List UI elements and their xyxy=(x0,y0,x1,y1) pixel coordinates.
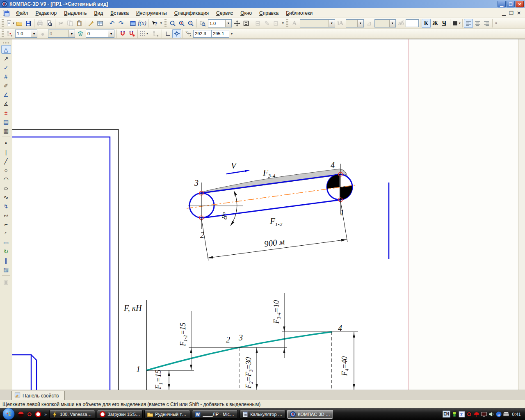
menu-item-4[interactable]: Вставка xyxy=(107,9,132,17)
char-step-button[interactable]: аб xyxy=(397,19,406,28)
chart-point-4[interactable]: 4 xyxy=(338,324,342,333)
polyline-tool-button[interactable]: ∿ xyxy=(1,193,11,201)
hatch-tool-button[interactable]: ▨ xyxy=(1,265,11,274)
display-tray-button[interactable] xyxy=(481,411,487,417)
curve-tool-button[interactable]: ↯ xyxy=(1,202,11,210)
toolbar-options-3-button[interactable]: » xyxy=(494,19,499,28)
toolbar-grip[interactable] xyxy=(164,19,167,27)
current-style-combo[interactable]: 0 ▾ xyxy=(48,30,75,38)
zoom-scale-combo[interactable]: 1.0 ▾ xyxy=(208,19,232,27)
child-document-icon[interactable] xyxy=(2,9,10,17)
zoom-out-button[interactable] xyxy=(186,19,195,28)
window-layout-button[interactable] xyxy=(128,19,137,28)
spec-editor-button[interactable] xyxy=(96,19,105,28)
font-bold-button[interactable]: Ж xyxy=(431,19,440,28)
zoom-area-button[interactable] xyxy=(198,19,207,28)
current-style-button[interactable]: ● xyxy=(38,29,47,38)
tail-drum[interactable] xyxy=(189,193,214,218)
restore-button[interactable]: ❐ xyxy=(507,1,515,7)
close-button[interactable]: ✕ xyxy=(516,1,524,7)
document-tree-button[interactable]: ⊟ xyxy=(253,19,262,28)
current-style-dropdown-icon[interactable]: ▾ xyxy=(68,30,75,37)
text-style-button[interactable]: A xyxy=(290,19,299,28)
fit-view-button[interactable] xyxy=(242,19,251,28)
paste-button[interactable] xyxy=(75,19,84,28)
current-scale-dropdown-icon[interactable]: ▾ xyxy=(31,30,37,37)
specification-panel-button[interactable]: ▤ xyxy=(1,117,11,126)
current-scale-button[interactable] xyxy=(5,29,14,38)
ortho-mode-button[interactable] xyxy=(163,29,172,38)
menu-item-6[interactable]: Спецификация xyxy=(171,9,212,17)
align-left-button[interactable] xyxy=(464,19,473,28)
task-kompas-button[interactable]: КОМПАС-3D V9 -... xyxy=(287,410,333,419)
start-button[interactable] xyxy=(2,408,15,420)
menu-item-10[interactable]: Библиотеки xyxy=(282,9,316,17)
velocity-label[interactable]: V xyxy=(231,161,237,171)
pan-view-button[interactable] xyxy=(233,19,242,28)
menu-item-2[interactable]: Выделить xyxy=(60,9,90,17)
sheet-frame-inner[interactable] xyxy=(12,137,110,390)
angle-label[interactable]: 8° xyxy=(220,211,230,220)
task-word-button[interactable]: W____ЛР - Micros... xyxy=(192,410,238,419)
font-underline-button[interactable]: Ч xyxy=(440,19,449,28)
toolbar-options-2-button[interactable]: ▾ xyxy=(281,19,285,28)
new-document-button[interactable]: ▾ xyxy=(5,19,15,28)
text-color-button[interactable]: ▾ xyxy=(452,19,461,28)
task-winamp-button[interactable]: 100. Vanessa P... xyxy=(49,410,95,419)
antivirus-tray-button[interactable] xyxy=(474,411,480,417)
force-bottom-label[interactable]: F1-2 xyxy=(269,216,283,227)
coord-y-input[interactable] xyxy=(193,30,211,38)
segment-tool-button[interactable]: ╱ xyxy=(1,157,11,165)
menu-item-9[interactable]: Справка xyxy=(256,9,282,17)
current-layer-combo[interactable]: 0 ▾ xyxy=(86,30,114,38)
snap-global-button[interactable] xyxy=(118,29,127,38)
align-right-button[interactable] xyxy=(482,19,491,28)
font-name-combo[interactable]: ▾ xyxy=(300,19,335,27)
surface-designations-panel-button[interactable]: # xyxy=(1,72,11,81)
snap-setup-button[interactable] xyxy=(127,29,136,38)
copy-button[interactable] xyxy=(66,19,75,28)
point-snap-button[interactable] xyxy=(172,29,181,38)
quicklaunch-browser-dark-button[interactable] xyxy=(26,411,33,418)
toolbar-grip[interactable] xyxy=(286,19,288,27)
designations-panel-button[interactable]: ✓ xyxy=(1,63,11,72)
quicklaunch-opera-button[interactable] xyxy=(34,411,42,418)
fx-variables-button[interactable]: f(x) xyxy=(137,19,147,28)
print-button[interactable] xyxy=(36,19,45,28)
menu-item-3[interactable]: Вид xyxy=(91,9,107,17)
sigma-tray-button[interactable]: Σ xyxy=(459,411,465,417)
font-name-dropdown-icon[interactable]: ▾ xyxy=(329,20,335,27)
char-height-button[interactable]: ïA xyxy=(336,19,345,28)
child-minimize-button[interactable]: ▁ xyxy=(502,10,506,16)
quick-launch-chevron-icon[interactable]: » xyxy=(44,412,47,417)
rectangle-tool-button[interactable]: ▭ xyxy=(1,238,11,247)
geometry-panel-button[interactable]: △ xyxy=(1,45,11,54)
narrowing-dropdown-icon[interactable]: ▾ xyxy=(389,20,395,27)
force-top-label[interactable]: F3-4 xyxy=(262,168,276,179)
task-downloads-button[interactable]: Загрузки 15:59 - ... xyxy=(97,410,143,419)
toolbar-grip[interactable] xyxy=(2,19,4,27)
annotation-f1[interactable]: F1=15 xyxy=(154,370,164,390)
format-brush-button[interactable] xyxy=(87,19,96,28)
font-size-dropdown-icon[interactable]: ▾ xyxy=(357,20,363,27)
scheme-point-4[interactable]: 4 xyxy=(331,160,335,169)
circle-tool-button[interactable]: ○ xyxy=(1,166,11,174)
font-italic-button[interactable]: К xyxy=(422,19,431,28)
grid-dropdown-icon[interactable]: ▾ xyxy=(146,32,148,35)
volume-tray-button[interactable] xyxy=(488,411,495,417)
chart-point-2[interactable]: 2 xyxy=(226,335,230,344)
chart-point-1[interactable]: 1 xyxy=(136,365,140,374)
sheet-frame-outer[interactable] xyxy=(12,130,119,390)
scheme-point-3[interactable]: 3 xyxy=(194,178,199,187)
minimize-button[interactable]: ▁ xyxy=(498,1,506,7)
toolbar-options-4-button[interactable]: ▾ xyxy=(229,29,234,38)
align-center-button[interactable] xyxy=(473,19,482,28)
annotation-f4[interactable]: F4=40 xyxy=(340,356,350,376)
menu-item-5[interactable]: Инструменты xyxy=(132,9,171,17)
parametrization-panel-button[interactable]: ∠ xyxy=(1,90,11,99)
layers-button[interactable] xyxy=(76,29,85,38)
save-document-button[interactable] xyxy=(24,19,33,28)
menu-item-8[interactable]: Окно xyxy=(237,9,256,17)
fillet-tool-button[interactable]: ◜ xyxy=(1,229,11,237)
annotation-f34[interactable]: F3-4=10 xyxy=(272,300,282,324)
